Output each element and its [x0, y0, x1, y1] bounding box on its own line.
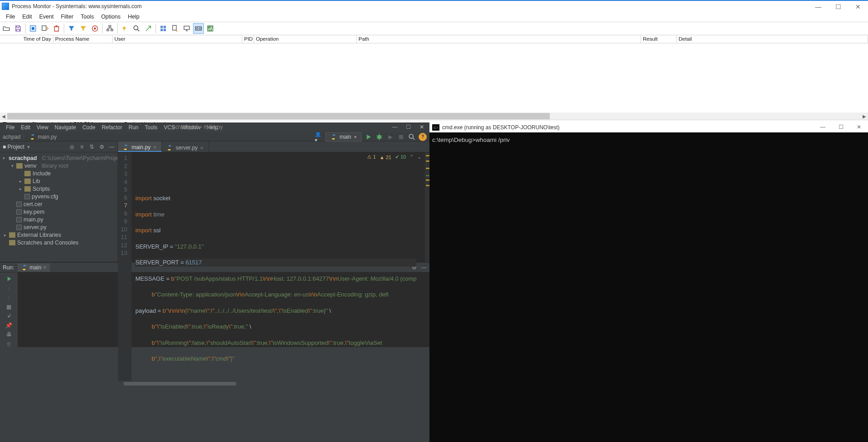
- pin-icon[interactable]: 📌: [5, 322, 13, 329]
- tree-key[interactable]: key.pem: [24, 209, 44, 215]
- close-button[interactable]: ✕: [848, 2, 868, 12]
- close-icon[interactable]: ×: [43, 264, 46, 271]
- scroll-left-icon[interactable]: ◀: [0, 113, 7, 120]
- run-with-coverage-icon[interactable]: ▶: [386, 133, 394, 141]
- chevron-up-icon[interactable]: ⌃: [410, 154, 414, 160]
- tree-venv[interactable]: venv: [24, 163, 36, 169]
- search-icon[interactable]: [408, 133, 416, 141]
- add-user-icon[interactable]: 👤▾: [315, 133, 323, 141]
- avatar[interactable]: ?: [419, 133, 427, 141]
- open-icon[interactable]: [1, 23, 12, 34]
- print-icon[interactable]: 🖶: [5, 331, 13, 338]
- breadcrumb-file[interactable]: main.py: [38, 134, 57, 140]
- hide-icon[interactable]: —: [108, 144, 115, 150]
- tree-pyvenv[interactable]: pyvenv.cfg: [32, 193, 58, 200]
- tree-scratch[interactable]: Scratches and Consoles: [17, 240, 79, 246]
- tab-server[interactable]: server.py×: [162, 141, 209, 152]
- pycharm-titlebar[interactable]: File Edit View Navigate Code Refactor Ru…: [0, 122, 429, 132]
- warning-count-icon[interactable]: ▲ 21: [379, 155, 391, 160]
- stop-icon[interactable]: ↓: [5, 285, 13, 292]
- stop-button[interactable]: [397, 133, 405, 141]
- minimize-button[interactable]: —: [808, 2, 828, 12]
- network-activity-icon[interactable]: [181, 23, 192, 34]
- editor-minimap[interactable]: [425, 152, 429, 262]
- menu-view[interactable]: View: [33, 123, 52, 132]
- tree-lib[interactable]: Lib: [33, 178, 40, 184]
- menu-edit[interactable]: Edit: [18, 123, 33, 132]
- tree-ext[interactable]: External Libraries: [17, 232, 61, 238]
- highlight-icon[interactable]: [78, 23, 89, 34]
- autoscroll-icon[interactable]: [39, 23, 50, 34]
- menu-help[interactable]: Help: [125, 13, 143, 21]
- cmd-titlebar[interactable]: C:\ cmd.exe (running as DESKTOP-JOORUNO\…: [429, 122, 868, 132]
- col-user[interactable]: User: [113, 35, 242, 43]
- col-process[interactable]: Process Name: [53, 35, 113, 43]
- maximize-button[interactable]: ☐: [832, 122, 850, 132]
- debug-button[interactable]: [375, 133, 383, 141]
- source-text[interactable]: import socket import time import ssl SER…: [132, 152, 416, 381]
- error-count-icon[interactable]: ⚠ 1: [367, 154, 376, 160]
- process-activity-icon[interactable]: [193, 23, 204, 34]
- target-icon[interactable]: [90, 23, 100, 34]
- tree-scripts[interactable]: Scripts: [33, 186, 50, 192]
- col-op[interactable]: Operation: [254, 35, 357, 43]
- breadcrumb-root[interactable]: achpad: [3, 134, 20, 140]
- rerun-icon[interactable]: [5, 275, 13, 282]
- procmon-event-list[interactable]: [0, 43, 868, 113]
- capture-icon[interactable]: [28, 23, 38, 34]
- col-result[interactable]: Result: [641, 35, 677, 43]
- registry-activity-icon[interactable]: [158, 23, 169, 34]
- menu-run[interactable]: Run: [125, 123, 142, 132]
- expand-icon[interactable]: ≡: [79, 144, 85, 150]
- menu-tools[interactable]: Tools: [77, 13, 97, 21]
- menu-file[interactable]: File: [3, 13, 18, 21]
- line-numbers-gutter[interactable]: 123456 7 8910111213: [118, 152, 132, 381]
- menu-file[interactable]: File: [3, 123, 18, 132]
- locate-icon[interactable]: ◎: [69, 144, 75, 150]
- menu-edit[interactable]: Edit: [19, 13, 35, 21]
- scroll-right-icon[interactable]: ▶: [861, 113, 868, 120]
- soft-wrap-icon[interactable]: ↲: [5, 313, 13, 319]
- menu-filter[interactable]: Filter: [58, 13, 77, 21]
- code-editor[interactable]: 123456 7 8910111213 import socket import…: [118, 152, 429, 381]
- minimize-button[interactable]: —: [388, 122, 401, 132]
- procmon-titlebar[interactable]: Process Monitor - Sysinternals: www.sysi…: [0, 1, 868, 12]
- menu-navigate[interactable]: Navigate: [52, 123, 79, 132]
- tree-main[interactable]: main.py: [24, 216, 43, 223]
- tree-root[interactable]: scrachpad: [9, 155, 37, 161]
- tree-icon[interactable]: [104, 23, 115, 34]
- tree-include[interactable]: Include: [33, 170, 51, 177]
- run-tab[interactable]: main ×: [18, 263, 50, 272]
- procmon-hscrollbar[interactable]: ◀ ▶: [0, 113, 868, 120]
- collapse-icon[interactable]: ⇅: [89, 144, 95, 150]
- minimize-button[interactable]: —: [814, 122, 832, 132]
- filter-icon[interactable]: [66, 23, 77, 34]
- tree-cert[interactable]: cert.cer: [24, 201, 42, 207]
- col-detail[interactable]: Detail: [677, 35, 868, 43]
- find-icon[interactable]: [131, 23, 142, 34]
- project-tree[interactable]: ▾scrachpad C:\Users\Tomer\PycharmProject…: [0, 152, 118, 248]
- close-tab-icon[interactable]: ×: [153, 145, 156, 150]
- save-icon[interactable]: [13, 23, 24, 34]
- trash-icon[interactable]: 🗑: [5, 341, 13, 347]
- clear-icon[interactable]: [51, 23, 62, 34]
- menu-options[interactable]: Options: [98, 13, 124, 21]
- inspection-widget[interactable]: ⚠ 1 ▲ 21 ✔ 10 ⌃ ⌄: [367, 154, 421, 160]
- cmd-console[interactable]: c:\temp\Debug>whoami /priv: [429, 132, 868, 148]
- chevron-down-icon[interactable]: ▾: [27, 144, 30, 150]
- menu-tools[interactable]: Tools: [142, 123, 160, 132]
- file-activity-icon[interactable]: [170, 23, 180, 34]
- gear-icon[interactable]: ⚙: [99, 144, 105, 150]
- col-path[interactable]: Path: [357, 35, 641, 43]
- close-button[interactable]: ✕: [415, 122, 429, 132]
- scroll-thumb[interactable]: [7, 113, 550, 119]
- col-pid[interactable]: PID: [242, 35, 254, 43]
- project-view-label[interactable]: ■ Project: [3, 144, 24, 150]
- jump-icon[interactable]: [143, 23, 154, 34]
- run-config-selector[interactable]: main ▾: [326, 132, 362, 141]
- tab-main[interactable]: main.py×: [118, 141, 162, 152]
- menu-event[interactable]: Event: [36, 13, 57, 21]
- typo-count-icon[interactable]: ✔ 10: [395, 154, 406, 160]
- profiling-icon[interactable]: [205, 23, 216, 34]
- menu-code[interactable]: Code: [79, 123, 99, 132]
